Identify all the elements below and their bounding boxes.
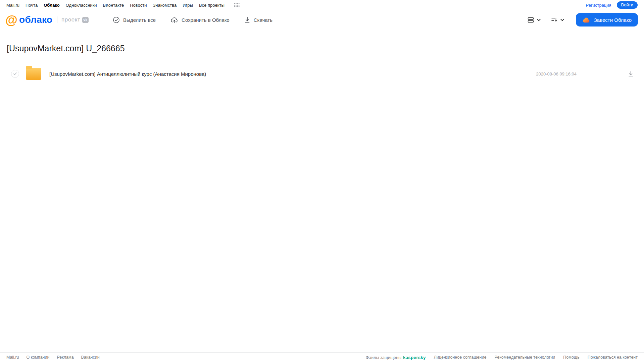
check-circle-icon	[113, 16, 120, 23]
footer-mailru-link[interactable]: Mail.ru	[6, 355, 19, 360]
footer-license-link[interactable]: Лицензионное соглашение	[434, 355, 487, 360]
row-download-icon[interactable]	[628, 70, 634, 77]
cloud-logo[interactable]: @ облако	[5, 14, 52, 26]
nav-odnoklassniki[interactable]: Одноклассники	[66, 3, 97, 8]
chevron-down-icon	[560, 18, 564, 21]
footer-right-links: Файлы защищены kaspersky Лицензионное со…	[366, 355, 638, 360]
project-text: проект	[61, 16, 80, 23]
check-icon	[13, 72, 17, 75]
file-date: 2020-08-06 09:16:04	[536, 71, 577, 76]
header-right-controls: Завести Облако	[527, 13, 638, 27]
footer-help-link[interactable]: Помощь	[563, 355, 579, 360]
footer-recommendations-link[interactable]: Рекомендательные технологии	[494, 355, 555, 360]
cloud-header: @ облако проект vk Выделить все Сохра	[0, 9, 644, 30]
login-button[interactable]: Войти	[617, 1, 638, 9]
chevron-down-icon	[537, 18, 541, 21]
all-projects-grid-icon[interactable]	[234, 3, 240, 7]
portal-auth: Регистрация Войти	[586, 1, 638, 9]
file-row[interactable]: [UsupovMarket.com] Антицеллюлитный курс …	[0, 65, 644, 83]
download-label: Скачать	[254, 17, 273, 23]
view-mode-selector[interactable]	[527, 16, 541, 23]
vk-project-label: проект vk	[61, 16, 89, 23]
save-to-cloud-button[interactable]: Сохранить в Облако	[170, 16, 230, 23]
sort-selector[interactable]	[550, 16, 564, 23]
cloud-logo-text: облако	[19, 14, 52, 25]
download-button[interactable]: Скачать	[244, 16, 273, 23]
create-cloud-button[interactable]: Завести Облако	[576, 13, 638, 27]
folder-icon	[26, 68, 41, 80]
row-checkbox[interactable]	[11, 70, 19, 78]
footer-ads-link[interactable]: Реклама	[57, 355, 73, 360]
nav-vse-proekty[interactable]: Все проекты	[199, 3, 225, 8]
footer-left-links: Mail.ru О компании Реклама Вакансии	[6, 355, 100, 360]
nav-oblako[interactable]: Облако	[44, 3, 60, 8]
create-cloud-label: Завести Облако	[594, 17, 632, 23]
action-toolbar: Выделить все Сохранить в Облако Скачать	[113, 16, 273, 23]
select-all-button[interactable]: Выделить все	[113, 16, 156, 23]
save-to-cloud-label: Сохранить в Облако	[182, 17, 230, 23]
cloud-upload-icon	[170, 16, 178, 23]
nav-igry[interactable]: Игры	[183, 3, 193, 8]
kaspersky-protection[interactable]: Файлы защищены kaspersky	[366, 355, 426, 360]
protected-label: Файлы защищены	[366, 355, 401, 360]
nav-znakomstva[interactable]: Знакомства	[153, 3, 177, 8]
footer-about-link[interactable]: О компании	[27, 355, 50, 360]
footer-jobs-link[interactable]: Вакансии	[81, 355, 100, 360]
nav-mailru[interactable]: Mail.ru	[6, 3, 19, 8]
nav-vkontakte[interactable]: ВКонтакте	[103, 3, 124, 8]
footer-report-link[interactable]: Пожаловаться на контент	[588, 355, 638, 360]
download-icon	[244, 16, 250, 23]
footer: Mail.ru О компании Реклама Вакансии Файл…	[0, 352, 644, 362]
registration-link[interactable]: Регистрация	[586, 3, 611, 8]
vk-icon: vk	[82, 17, 89, 23]
logo-divider	[57, 16, 57, 23]
sort-icon	[550, 16, 558, 23]
page-title: [UsupovMarket.com] U_266665	[7, 44, 644, 53]
nav-novosti[interactable]: Новости	[130, 3, 147, 8]
portal-topbar: Mail.ru Почта Облако Одноклассники ВКонт…	[0, 0, 644, 9]
select-all-label: Выделить все	[123, 17, 156, 23]
list-view-icon	[527, 16, 535, 23]
mailru-at-icon: @	[5, 14, 17, 26]
portal-nav: Mail.ru Почта Облако Одноклассники ВКонт…	[6, 3, 240, 8]
cloud-blob-icon	[582, 17, 591, 23]
nav-pochta[interactable]: Почта	[26, 3, 38, 8]
kaspersky-logo: kaspersky	[403, 355, 426, 360]
main-content: [UsupovMarket.com] U_266665 [UsupovMarke…	[0, 44, 644, 83]
file-name-link[interactable]: [UsupovMarket.com] Антицеллюлитный курс …	[49, 71, 206, 77]
